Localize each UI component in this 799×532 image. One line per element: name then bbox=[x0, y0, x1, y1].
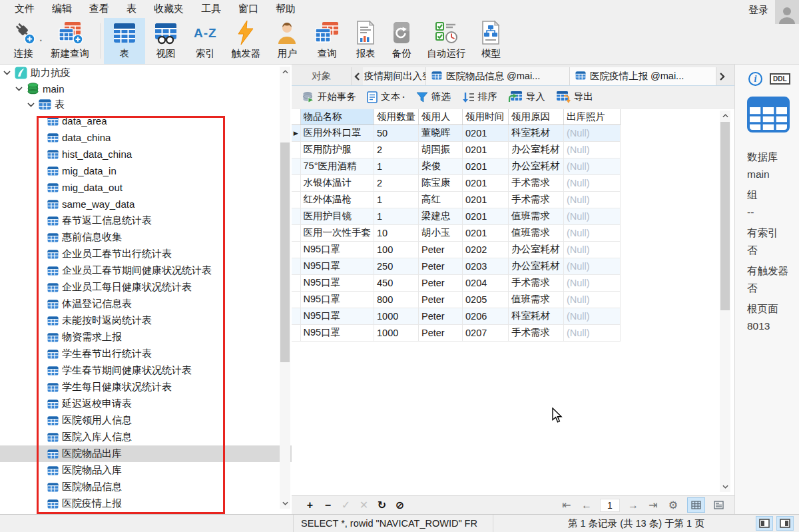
grid-cell[interactable]: 1000 bbox=[374, 324, 419, 341]
tree-item-table[interactable]: hist_data_china bbox=[0, 146, 292, 162]
text-view-button[interactable]: 文本 · bbox=[362, 86, 411, 108]
import-button[interactable]: 导入 bbox=[503, 86, 551, 108]
grid-cell[interactable]: (Null) bbox=[564, 224, 621, 241]
grid-cell[interactable]: Peter bbox=[419, 274, 463, 291]
toolbar-button-connection[interactable]: 连接 · bbox=[3, 18, 43, 64]
grid-scroll-thumb[interactable] bbox=[720, 122, 730, 310]
tab-objects[interactable]: 对象 bbox=[292, 67, 352, 85]
menu-item-tools[interactable]: 工具 bbox=[192, 0, 230, 18]
column-header[interactable]: 领用原因 bbox=[509, 109, 564, 125]
scroll-down-icon[interactable] bbox=[280, 498, 290, 509]
grid-cell[interactable]: 手术需求 bbox=[509, 324, 564, 341]
grid-cell[interactable]: 0206 bbox=[463, 308, 509, 324]
grid-cell[interactable]: 医用防护服 bbox=[300, 141, 374, 158]
grid-cell[interactable]: 值班需求 bbox=[509, 208, 564, 224]
stop-icon[interactable]: ⊘ bbox=[391, 499, 409, 511]
row-marker[interactable] bbox=[292, 324, 300, 341]
grid-cell[interactable]: 0201 bbox=[463, 191, 509, 208]
grid-cell[interactable]: 0201 bbox=[463, 158, 509, 174]
menu-item-view[interactable]: 查看 bbox=[81, 0, 118, 18]
ddl-button[interactable]: DDL bbox=[770, 73, 790, 85]
begin-transaction-button[interactable]: 开始事务 bbox=[297, 86, 362, 108]
menu-item-edit[interactable]: 编辑 bbox=[43, 0, 81, 18]
toolbar-button-model[interactable]: 模型 bbox=[473, 18, 509, 64]
grid-cell[interactable]: 75°医用酒精 bbox=[300, 158, 374, 174]
grid-cell[interactable]: 梁建忠 bbox=[419, 208, 463, 224]
tree-item-table[interactable]: mig_data_out bbox=[0, 179, 292, 196]
grid-cell[interactable]: 0201 bbox=[463, 174, 509, 191]
grid-cell[interactable]: 0203 bbox=[463, 258, 509, 274]
toolbar-button-indexes[interactable]: A-Z 索引 bbox=[186, 18, 224, 64]
column-header[interactable]: 物品名称 bbox=[300, 109, 374, 125]
grid-cell[interactable]: 0201 bbox=[463, 224, 509, 241]
grid-cell[interactable]: 100 bbox=[374, 241, 419, 258]
toolbar-button-reports[interactable]: 报表 bbox=[348, 18, 384, 64]
row-marker[interactable] bbox=[292, 291, 300, 308]
row-marker[interactable] bbox=[292, 191, 300, 208]
column-header[interactable]: 领用人 bbox=[419, 109, 463, 125]
menu-item-file[interactable]: 文件 bbox=[6, 0, 43, 18]
grid-cell[interactable]: 0204 bbox=[463, 274, 509, 291]
grid-cell[interactable]: 办公室耗材 bbox=[509, 141, 564, 158]
tab-scroll-right-icon[interactable] bbox=[716, 67, 728, 85]
first-page-icon[interactable]: ⇤ bbox=[557, 499, 576, 511]
tree-scrollbar[interactable] bbox=[280, 67, 290, 509]
grid-cell[interactable]: 陈宝康 bbox=[419, 174, 463, 191]
column-header[interactable]: 领用数量 bbox=[374, 109, 419, 125]
grid-cell[interactable]: 科室耗材 bbox=[509, 125, 564, 141]
apply-changes-icon[interactable]: ✓ bbox=[337, 499, 355, 511]
grid-cell[interactable]: Peter bbox=[419, 308, 463, 324]
connection-dropdown-dot[interactable]: · bbox=[39, 35, 43, 46]
grid-cell[interactable]: (Null) bbox=[564, 258, 621, 274]
add-record-icon[interactable]: + bbox=[301, 499, 319, 511]
grid-cell[interactable]: (Null) bbox=[564, 174, 621, 191]
tree-item-table[interactable]: 医院入库人信息 bbox=[0, 429, 292, 445]
previous-page-icon[interactable]: ← bbox=[577, 499, 596, 511]
row-marker[interactable] bbox=[292, 274, 300, 291]
toolbar-button-tables[interactable]: 表 bbox=[104, 18, 145, 64]
tree-item-table[interactable]: 学生春节期间健康状况统计表 bbox=[0, 362, 292, 379]
grid-cell[interactable]: 办公室耗材 bbox=[509, 258, 564, 274]
scroll-up-icon[interactable] bbox=[720, 111, 730, 121]
tree-item-table[interactable]: 未能按时返岗统计表 bbox=[0, 312, 292, 329]
tree-item-table[interactable]: 医院领用人信息 bbox=[0, 412, 292, 429]
grid-cell[interactable]: 0207 bbox=[463, 324, 509, 341]
grid-cell[interactable]: 0201 bbox=[463, 141, 509, 158]
grid-cell[interactable]: 手术需求 bbox=[509, 274, 564, 291]
grid-cell[interactable]: (Null) bbox=[564, 241, 621, 258]
toggle-left-panel-button[interactable] bbox=[756, 516, 773, 531]
tree-item-table[interactable]: 企业员工每日健康状况统计表 bbox=[0, 279, 292, 296]
grid-cell[interactable]: (Null) bbox=[564, 274, 621, 291]
row-marker[interactable] bbox=[292, 158, 300, 174]
tree-item-table[interactable]: 企业员工春节期间健康状况统计表 bbox=[0, 262, 292, 279]
grid-cell[interactable]: (Null) bbox=[564, 208, 621, 224]
scroll-down-icon[interactable] bbox=[720, 481, 730, 492]
toolbar-button-users[interactable]: 用户 bbox=[268, 18, 306, 64]
grid-cell[interactable]: (Null) bbox=[564, 125, 621, 141]
tree-item-table[interactable]: mig_data_in bbox=[0, 162, 292, 179]
grid-cell[interactable]: 1 bbox=[374, 191, 419, 208]
column-header[interactable]: 出库照片 bbox=[564, 109, 621, 125]
tree-item-table[interactable]: 春节返工信息统计表 bbox=[0, 212, 292, 229]
grid-cell[interactable]: 2 bbox=[374, 141, 419, 158]
grid-cell[interactable]: N95口罩 bbox=[300, 324, 374, 341]
grid-cell[interactable]: (Null) bbox=[564, 308, 621, 324]
delete-record-icon[interactable]: − bbox=[319, 499, 337, 511]
grid-cell[interactable]: 800 bbox=[374, 291, 419, 308]
grid-cell[interactable]: N95口罩 bbox=[300, 308, 374, 324]
row-marker[interactable] bbox=[292, 224, 300, 241]
grid-cell[interactable]: 手术需求 bbox=[509, 191, 564, 208]
grid-cell[interactable]: 科室耗材 bbox=[509, 308, 564, 324]
scroll-up-icon[interactable] bbox=[280, 67, 290, 77]
grid-cell[interactable]: 50 bbox=[374, 125, 419, 141]
tree-item-table[interactable]: 体温登记信息表 bbox=[0, 296, 292, 312]
grid-cell[interactable]: 董晓晖 bbox=[419, 125, 463, 141]
toolbar-button-views[interactable]: 视图 bbox=[145, 18, 186, 64]
sort-button[interactable]: 排序 bbox=[456, 86, 503, 108]
grid-cell[interactable]: (Null) bbox=[564, 324, 621, 341]
grid-cell[interactable]: 1 bbox=[374, 208, 419, 224]
grid-cell[interactable]: 高红 bbox=[419, 191, 463, 208]
toolbar-button-backup[interactable]: 备份 bbox=[384, 18, 419, 64]
toolbar-button-queries[interactable]: 查询 bbox=[306, 18, 348, 64]
grid-cell[interactable]: Peter bbox=[419, 324, 463, 341]
